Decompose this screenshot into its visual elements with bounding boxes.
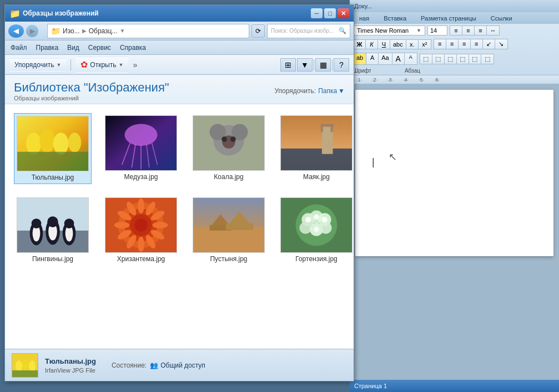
status-shared-text: Общий доступ	[160, 362, 205, 369]
menu-view[interactable]: Вид	[67, 44, 79, 52]
explorer-menu-bar: Файл Правка Вид Сервис Справка	[5, 40, 354, 55]
strikethrough-button[interactable]: abc	[390, 40, 406, 49]
para-btn-3[interactable]: ⬚	[445, 54, 457, 64]
explorer-title-bar: 📁 Образцы изображений ─ □ ✕	[5, 5, 354, 22]
thumbnail-item-3[interactable]: Маяк.jpg	[278, 113, 354, 184]
list-btn-1[interactable]: ≡	[450, 26, 462, 35]
view-icons-group: ⊞ ▼ ▦ ?	[280, 58, 349, 72]
word-toolbar-row-1: Times New Roman ▼ 14 ≡ ≡ ≡ ↔	[350, 24, 559, 37]
thumbnail-label-0: Тюльпаны.jpg	[32, 174, 74, 181]
svg-point-19	[230, 136, 236, 142]
svg-point-47	[138, 237, 144, 252]
thumbnail-item-7[interactable]: Гортензия.jpg	[278, 195, 354, 265]
para-btn-6[interactable]: ⬚	[481, 54, 493, 64]
thumbnail-item-2[interactable]: Коала.jpg	[190, 113, 267, 184]
font-bigaa-btn[interactable]: A	[392, 53, 405, 64]
tab-references[interactable]: Ссылки	[484, 12, 520, 24]
address-bar[interactable]: 📁 Изо... ▶ Образц... ▼	[47, 24, 249, 38]
thumbnail-item-4[interactable]: Пингвины.jpg	[14, 195, 92, 265]
help-btn[interactable]: ?	[334, 58, 349, 72]
open-label: Открыть	[90, 61, 116, 69]
para-btn-4[interactable]: ⬚	[457, 54, 469, 64]
menu-help[interactable]: Справка	[120, 44, 146, 52]
list-btn-4[interactable]: ↔	[487, 26, 499, 35]
align-justify[interactable]: ≡	[471, 39, 483, 49]
svg-point-70	[322, 217, 328, 222]
preview-pane-btn[interactable]: ▦	[315, 58, 331, 72]
toolbar-separator-1	[70, 59, 71, 70]
list-btn-2[interactable]: ≡	[462, 26, 475, 35]
para-btn-1[interactable]: ⬚	[420, 54, 432, 64]
sort-by-value: Папка	[318, 87, 337, 95]
search-icon: 🔍	[339, 27, 346, 34]
address-part2: Образц...	[89, 27, 118, 35]
para-btn-5[interactable]: ⬚	[469, 54, 481, 64]
underline-button[interactable]: Ч	[378, 40, 390, 49]
back-button[interactable]: ◀	[8, 24, 24, 38]
word-ruler: ·1· ·2· ·3· ·4· ·5· ·6·	[350, 75, 559, 84]
tab-home[interactable]: ная	[352, 12, 376, 24]
mouse-cursor: ↖	[389, 151, 397, 163]
subscript-button[interactable]: х.	[406, 40, 419, 49]
thumbnail-img-2	[193, 115, 265, 171]
arrange-button[interactable]: Упорядочить ▼	[9, 58, 66, 72]
align-right[interactable]: ≡	[459, 39, 471, 49]
search-bar[interactable]: Поиск: Образцы изобр... 🔍	[267, 24, 350, 38]
svg-point-68	[305, 217, 311, 222]
view-thumbs-btn[interactable]: ⊞	[280, 58, 296, 72]
svg-rect-25	[321, 124, 334, 127]
list-btn-3[interactable]: ≡	[475, 26, 487, 35]
word-content-area[interactable]: | ↖	[350, 84, 559, 380]
bold-button[interactable]: Ж	[354, 40, 366, 49]
thumbnail-img-1	[105, 115, 177, 171]
explorer-nav-bar: ◀ ▶ 📁 Изо... ▶ Образц... ▼ ⟳ Поиск: Обра…	[5, 22, 354, 40]
library-title-group: Библиотека "Изображения" Образцы изображ…	[14, 80, 169, 101]
view-dropdown-btn[interactable]: ▼	[297, 58, 313, 72]
font-selector[interactable]: Times New Roman ▼	[353, 26, 425, 35]
address-chevron-1: ▶	[82, 28, 87, 34]
menu-edit[interactable]: Правка	[36, 44, 59, 52]
font-smalla-btn[interactable]: A	[405, 53, 417, 64]
italic-button[interactable]: К	[366, 40, 378, 49]
font-size-selector[interactable]: 14	[427, 26, 447, 35]
thumbnail-img-4	[17, 197, 89, 253]
thumbnail-img-5	[105, 197, 177, 253]
align-center[interactable]: ≡	[446, 39, 459, 49]
thumbnail-label-1: Медуза.jpg	[124, 173, 158, 181]
menu-file[interactable]: Файл	[11, 44, 27, 52]
minimize-button[interactable]: ─	[311, 8, 323, 18]
refresh-button[interactable]: ⟳	[251, 24, 265, 38]
menu-service[interactable]: Сервис	[88, 44, 111, 52]
maximize-button[interactable]: □	[324, 8, 336, 18]
indent-increase[interactable]: ↘	[495, 39, 507, 49]
tab-page-layout[interactable]: Разметка страницы	[414, 12, 484, 24]
open-button[interactable]: ✿ Открыть ▼	[75, 57, 128, 73]
forward-button[interactable]: ▶	[26, 25, 38, 37]
svg-point-36	[64, 218, 74, 228]
more-button[interactable]: »	[133, 60, 137, 69]
title-bar-controls: ─ □ ✕	[311, 8, 349, 18]
sort-by-link[interactable]: Папка ▼	[318, 87, 345, 95]
explorer-window: 📁 Образцы изображений ─ □ ✕ ◀ ▶ 📁 Изо...…	[4, 4, 354, 381]
close-button[interactable]: ✕	[338, 8, 349, 18]
align-left[interactable]: ≡	[434, 39, 446, 49]
explorer-content[interactable]: Тюльпаны.jpg	[5, 104, 354, 349]
indent-decrease[interactable]: ↙	[483, 39, 495, 49]
highlight-btn[interactable]: ab	[354, 53, 366, 64]
explorer-folder-icon: 📁	[9, 8, 21, 19]
thumbnail-item-6[interactable]: Пустыня.jpg	[190, 195, 267, 265]
thumbnail-img-0	[17, 116, 89, 171]
para-btn-2[interactable]: ⬚	[432, 54, 445, 64]
explorer-status: Тюльпаны.jpg IrfanView JPG File Состояни…	[5, 349, 354, 381]
thumbnail-label-3: Маяк.jpg	[303, 173, 330, 181]
color-buttons: ab A Aa A A	[353, 53, 417, 65]
superscript-button[interactable]: х²	[419, 40, 431, 49]
thumbnail-item-0[interactable]: Тюльпаны.jpg	[14, 113, 92, 184]
thumbnail-item-5[interactable]: Хризантема.jpg	[103, 195, 179, 265]
font-color-btn[interactable]: A	[366, 53, 379, 64]
section-font-label: Шрифт	[353, 68, 371, 74]
font-aa-btn[interactable]: Aa	[379, 53, 392, 64]
svg-point-50	[114, 222, 130, 228]
thumbnail-item-1[interactable]: Медуза.jpg	[103, 113, 179, 184]
tab-insert[interactable]: Вставка	[376, 12, 414, 24]
